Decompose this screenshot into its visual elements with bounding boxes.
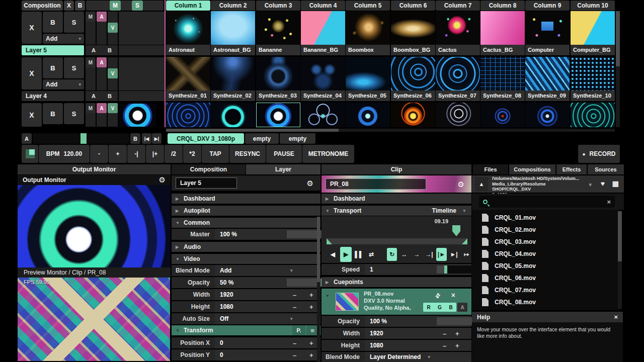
clip-name-label[interactable]: Synthesize_01 bbox=[166, 90, 210, 101]
layer-b-assign-button[interactable]: B bbox=[108, 47, 112, 53]
trim-icon[interactable]: ↦ bbox=[461, 248, 471, 261]
layer-solo-button[interactable]: S bbox=[64, 12, 84, 33]
height-value[interactable]: 1080 bbox=[220, 303, 233, 310]
layer-a-button[interactable]: A bbox=[97, 57, 107, 67]
tab-sources[interactable]: Sources bbox=[588, 164, 624, 174]
crossfader-track[interactable] bbox=[33, 133, 129, 144]
next-column-icon[interactable]: ▶| bbox=[152, 133, 162, 144]
layer-a-button[interactable]: A bbox=[97, 103, 107, 113]
expand-icon[interactable]: ⇄ bbox=[433, 291, 442, 300]
timeline-track[interactable] bbox=[327, 238, 467, 244]
decrement-button[interactable]: – bbox=[293, 349, 296, 360]
section-transform[interactable]: ▼ Transform P. ≡ bbox=[172, 325, 320, 335]
column-header-button[interactable]: Column 6 bbox=[391, 1, 435, 11]
layer-solo-button[interactable]: S bbox=[64, 57, 84, 78]
clip-thumbnail[interactable] bbox=[480, 11, 525, 45]
decrement-button[interactable]: – bbox=[443, 340, 446, 351]
pause-icon[interactable]: ▌▌ bbox=[354, 248, 364, 261]
bpm-half-button[interactable]: /2 bbox=[165, 145, 183, 163]
section-clip-dashboard[interactable]: ▶ Dashboard bbox=[321, 194, 471, 204]
clip-name-label[interactable]: Synthesize_06 bbox=[391, 90, 435, 101]
clip-name-label[interactable]: Synthesize_08 bbox=[480, 90, 525, 101]
tab-layer[interactable]: Layer bbox=[246, 164, 320, 174]
clip-thumbnail[interactable] bbox=[346, 57, 390, 90]
tempo-tap-indicator-button[interactable] bbox=[22, 145, 38, 163]
section-transport[interactable]: ▼ Transport Timeline ▾ bbox=[321, 206, 471, 216]
tab-compositions[interactable]: Compositions bbox=[509, 164, 555, 174]
tab-composition[interactable]: Composition bbox=[172, 164, 246, 174]
grid-horizontal-scrollbar[interactable] bbox=[166, 129, 615, 132]
clip-name-label[interactable]: Computer_BG bbox=[571, 45, 615, 55]
clip-name-label[interactable]: Synthesize_10 bbox=[571, 90, 615, 101]
opacity-value[interactable]: 50 % bbox=[220, 279, 233, 286]
speed-value[interactable]: 1 bbox=[370, 266, 373, 273]
nudge-up-button[interactable]: |+ bbox=[146, 145, 164, 163]
channel-r-button[interactable]: R bbox=[423, 303, 434, 312]
clip-name-label[interactable]: Computer bbox=[525, 45, 570, 55]
layer-clear-button[interactable]: X bbox=[22, 12, 42, 44]
increment-button[interactable]: + bbox=[309, 349, 313, 360]
clip-thumbnail[interactable] bbox=[525, 57, 570, 90]
deck-tab[interactable]: empty bbox=[280, 133, 315, 144]
in-point-handle[interactable] bbox=[327, 238, 332, 244]
layer-panel-scrollbar[interactable] bbox=[317, 217, 320, 362]
clip-name-label[interactable]: Synthesize_02 bbox=[211, 90, 255, 101]
clip-thumbnail[interactable] bbox=[301, 11, 345, 45]
clip-thumbnail[interactable] bbox=[391, 103, 435, 127]
decrement-button[interactable]: – bbox=[443, 328, 446, 339]
section-audio[interactable]: ▶ Audio bbox=[172, 242, 320, 252]
column-header-button[interactable]: Column 10 bbox=[571, 1, 615, 11]
decrement-button[interactable]: – bbox=[293, 337, 296, 348]
shuffle-icon[interactable]: ⇄ bbox=[366, 248, 377, 261]
clip-name-label[interactable]: Cactus bbox=[436, 45, 480, 55]
clip-thumbnail[interactable] bbox=[571, 103, 615, 127]
path-dropdown-icon[interactable]: ▾ bbox=[589, 182, 592, 188]
reverse-icon[interactable]: ◀ bbox=[328, 248, 338, 261]
opacity-value[interactable]: 100 % bbox=[370, 318, 387, 325]
play-once-icon[interactable]: → bbox=[412, 248, 422, 261]
increment-button[interactable]: + bbox=[309, 337, 313, 348]
layer-a-assign-button[interactable]: A bbox=[92, 47, 96, 53]
master-value[interactable]: 100 % bbox=[220, 231, 237, 238]
clip-name-label[interactable]: Cactus_BG bbox=[480, 45, 525, 55]
play-icon[interactable]: ▶ bbox=[340, 247, 352, 262]
path-line-1[interactable]: /Volumes/Macintosh HD/System/Volum... bbox=[492, 176, 581, 182]
grid-vertical-scrollbar[interactable] bbox=[616, 11, 620, 127]
clip-gear-icon[interactable]: ⚙ bbox=[458, 180, 464, 189]
play-once-hold-icon[interactable]: →| bbox=[424, 248, 435, 261]
file-list-item[interactable]: CRQL_01.mov bbox=[472, 212, 620, 224]
section-cuepoints[interactable]: ▶ Cuepoints bbox=[321, 277, 471, 287]
clip-name-input[interactable]: PR_08 bbox=[326, 178, 426, 190]
out-point-handle[interactable] bbox=[462, 238, 467, 244]
position-x-value[interactable]: 0 bbox=[220, 339, 223, 346]
composition-master-s-button[interactable]: S bbox=[132, 1, 143, 11]
tab-files[interactable]: Files bbox=[473, 164, 508, 174]
channel-b-button[interactable]: B bbox=[445, 303, 456, 312]
layer-b-assign-button[interactable]: B bbox=[108, 93, 112, 99]
help-close-icon[interactable]: × bbox=[614, 313, 618, 321]
clip-name-label[interactable]: Synthesize_09 bbox=[525, 90, 570, 101]
layer-active-clip-thumbnail[interactable] bbox=[119, 104, 156, 127]
decrement-button[interactable]: – bbox=[293, 289, 296, 300]
file-list-scrollbar[interactable] bbox=[618, 211, 622, 309]
height-value[interactable]: 1080 bbox=[370, 342, 383, 349]
clip-thumbnail[interactable] bbox=[571, 57, 615, 90]
clip-thumbnail[interactable] bbox=[571, 11, 615, 45]
clip-name-label[interactable]: Synthesize_05 bbox=[346, 90, 390, 101]
composition-master-m-button[interactable]: M bbox=[110, 1, 121, 11]
record-button[interactable]: ● RECORD bbox=[578, 145, 620, 163]
layer-name-input[interactable]: Layer 5 bbox=[176, 177, 237, 189]
clip-thumbnail[interactable] bbox=[391, 11, 435, 45]
bpm-increase-button[interactable]: + bbox=[109, 145, 127, 163]
tab-effects[interactable]: Effects bbox=[556, 164, 587, 174]
column-header-button[interactable]: Column 2 bbox=[211, 1, 255, 11]
layer-bypass-button[interactable]: B bbox=[43, 57, 63, 78]
clip-thumbnail[interactable] bbox=[256, 57, 300, 90]
layer-blend-dropdown[interactable]: Add▾ bbox=[43, 79, 84, 89]
tap-button[interactable]: TAP bbox=[202, 145, 229, 163]
column-header-button[interactable]: Column 7 bbox=[436, 1, 480, 11]
clip-name-label[interactable]: Astronaut_BG bbox=[211, 45, 255, 55]
clip-name-label[interactable]: Astronaut bbox=[166, 45, 210, 55]
section-common[interactable]: ▼ Common bbox=[172, 218, 320, 228]
section-autopilot[interactable]: ▶ Autopilot bbox=[172, 206, 320, 216]
